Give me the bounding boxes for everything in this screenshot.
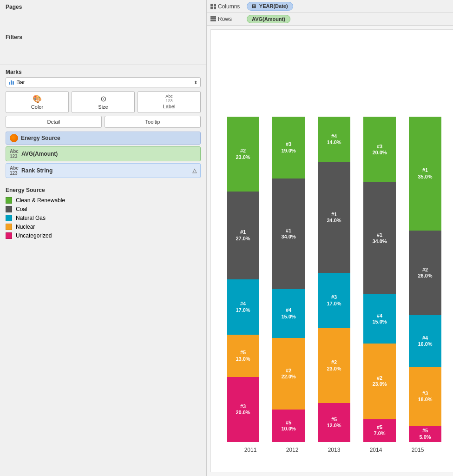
segment-rank: #3 [240,403,246,410]
legend-item: Coal [6,206,201,212]
segment-pct: 20.0% [236,410,250,416]
tooltip-button[interactable]: Tooltip [105,116,201,128]
segment-rank: #1 [331,212,337,218]
segment-pct: 22.0% [281,374,295,380]
rank-string-pill[interactable]: Abc123 Rank String △ [6,163,201,178]
bar-segment[interactable]: #3 19.0% [272,117,305,178]
size-label: Size [74,104,132,110]
bar-segment[interactable]: #3 17.0% [318,273,350,328]
segment-rank: #1 [377,232,382,238]
segment-pct: 12.0% [327,423,341,429]
energy-source-icon [10,134,18,142]
segment-rank: #1 [240,229,246,235]
columns-year-pill[interactable]: ⊞ YEAR(Date) [247,2,293,11]
marks-type-label: Bar [9,79,25,86]
legend-color-swatch [6,215,12,221]
detail-tooltip-row: Detail Tooltip [6,116,201,128]
bar-segment[interactable]: #3 20.0% [227,377,259,442]
size-button[interactable]: ⊙ Size [72,91,135,113]
bar-segment[interactable]: #2 23.0% [363,344,396,419]
segment-pct: 20.0% [372,150,387,156]
avg-amount-pill[interactable]: Abc123 AVG(Amount) [6,146,201,161]
bar-segment[interactable]: #1 35.0% [409,117,441,231]
color-button[interactable]: 🎨 Color [6,91,69,113]
bar-segment[interactable]: #1 34.0% [363,182,396,294]
right-panel: Columns ⊞ YEAR(Date) Rows AVG(Amount) #3… [207,0,453,476]
rows-avg-pill[interactable]: AVG(Amount) [247,15,290,23]
segment-rank: #5 [331,416,337,423]
filters-section: Filters [0,30,206,65]
bar-segment[interactable]: #5 5.0% [409,426,441,442]
bar-segment[interactable]: #2 22.0% [272,338,305,410]
stacked-bar: #5 10.0% #2 22.0% #4 15.0% #1 34.0% #3 1… [272,117,305,442]
segment-pct: 23.0% [236,154,250,160]
x-axis-label: 2012 [271,447,313,453]
color-icon: 🎨 [8,94,66,103]
bar-segment[interactable]: #2 23.0% [318,328,350,403]
segment-pct: 26.0% [418,273,432,279]
bar-chart-icon [9,80,14,85]
energy-source-pill[interactable]: Energy Source [6,132,201,145]
bar-segment[interactable]: #4 14.0% [318,117,350,162]
marks-type-dropdown[interactable]: Bar ⬍ [6,77,201,87]
x-axis-label: 2011 [230,447,271,453]
bar-segment[interactable]: #5 10.0% [272,410,305,442]
bar-segment[interactable]: #1 27.0% [227,192,259,279]
detail-button[interactable]: Detail [6,116,102,128]
segment-pct: 23.0% [327,366,341,372]
energy-source-label: Energy Source [21,135,60,141]
segment-pct: 17.0% [327,301,341,307]
segment-rank: #2 [331,359,337,365]
rows-lines-icon [210,16,216,22]
segment-rank: #4 [422,335,428,341]
bar-group: #5 10.0% #2 22.0% #4 15.0% #1 34.0% #3 1… [268,117,309,442]
segment-rank: #3 [422,390,428,397]
segment-pct: 23.0% [372,381,387,387]
columns-text: Columns [218,3,240,10]
legend-item-label: Uncategorized [16,232,52,239]
filters-label: Filters [6,34,201,40]
columns-pill-icon: ⊞ [252,3,256,9]
segment-rank: #2 [240,148,246,154]
marks-type-text: Bar [16,79,25,86]
segment-pct: 14.0% [327,139,341,145]
bar-segment[interactable]: #4 17.0% [227,279,259,335]
segment-pct: 17.0% [236,307,250,313]
stacked-bar: #3 20.0% #5 13.0% #4 17.0% #1 27.0% #2 2… [227,117,259,442]
bar-segment[interactable]: #5 13.0% [227,335,259,377]
bar-segment[interactable]: #1 34.0% [272,178,305,289]
segment-rank: #2 [377,375,382,381]
legend-item: Uncategorized [6,232,201,239]
bar-segment[interactable]: #4 16.0% [409,315,441,367]
bar-group: #5 12.0% #2 23.0% #3 17.0% #1 34.0% #4 1… [313,117,355,442]
bar-segment[interactable]: #2 23.0% [227,117,259,192]
bar-segment[interactable]: #5 12.0% [318,403,350,442]
columns-shelf: Columns ⊞ YEAR(Date) [207,0,453,13]
bar-segment[interactable]: #4 15.0% [272,289,305,338]
segment-pct: 19.0% [281,148,295,154]
segment-pct: 10.0% [281,426,295,432]
segment-pct: 35.0% [418,174,432,180]
marks-buttons-row: 🎨 Color ⊙ Size Abc123 Label [6,91,201,113]
label-button[interactable]: Abc123 Label [138,91,201,113]
segment-pct: 34.0% [327,218,341,224]
avg-amount-label: AVG(Amount) [21,151,58,157]
marks-section: Marks Bar ⬍ 🎨 Color ⊙ Size Ab [0,65,206,182]
bar-segment[interactable]: #3 20.0% [363,117,396,182]
segment-rank: #5 [240,350,246,356]
bar-segment[interactable]: #2 26.0% [409,231,441,315]
bar-segment[interactable]: #5 7.0% [363,419,396,442]
segment-rank: #5 [377,424,382,430]
rows-text: Rows [218,16,232,22]
marks-pills: Energy Source Abc123 AVG(Amount) Abc123 … [6,132,201,178]
bar-segment[interactable]: #3 18.0% [409,367,441,426]
segment-pct: 13.0% [236,356,250,362]
segment-pct: 15.0% [281,314,295,320]
label-icon: Abc123 [140,94,198,104]
pages-section: Pages [0,0,206,30]
bar-segment[interactable]: #1 34.0% [318,162,350,273]
stacked-bar: #5 7.0% #2 23.0% #4 15.0% #1 34.0% #3 20… [363,117,396,442]
bar-segment[interactable]: #4 15.0% [363,294,396,344]
segment-rank: #2 [286,368,291,374]
columns-grid-icon [210,4,216,9]
